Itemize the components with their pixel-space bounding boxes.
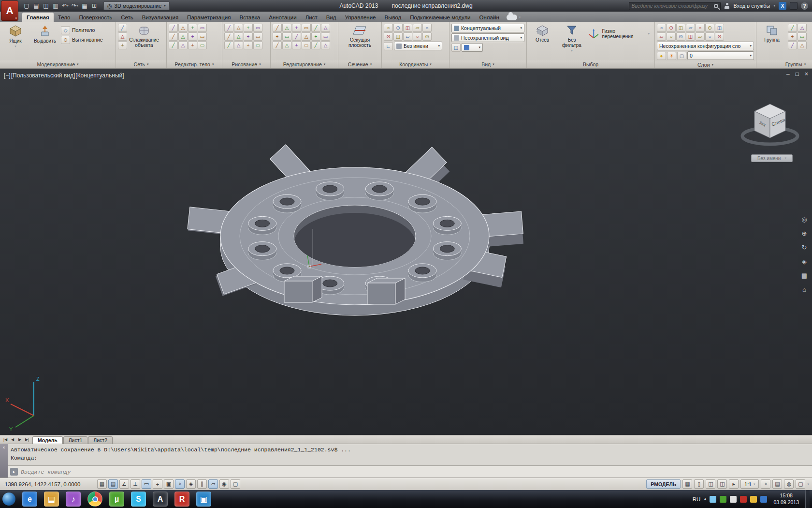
ribbon-mini-icon[interactable]: ○ bbox=[657, 24, 666, 32]
ribbon-mini-icon[interactable]: ╱ bbox=[169, 24, 178, 32]
viewcube-ucs-dropdown[interactable]: Без имени▾ bbox=[751, 154, 793, 162]
viewport-view-control[interactable]: [Пользовательский вид] bbox=[11, 72, 75, 79]
ribbon-mini-icon[interactable]: ╱ bbox=[788, 41, 797, 49]
layer-dropdown[interactable]: 0▾ bbox=[687, 51, 754, 60]
help-search-box[interactable] bbox=[629, 2, 721, 10]
show-desktop-button[interactable] bbox=[805, 490, 810, 508]
home-icon[interactable]: ⌂ bbox=[799, 284, 809, 294]
taskbar-clock[interactable]: 15:08 03.09.2013 bbox=[770, 493, 802, 506]
tab-visualize[interactable]: Визуализация bbox=[138, 13, 183, 22]
taskbar-item-folder[interactable]: ▤ bbox=[44, 492, 59, 507]
communication-center-icon[interactable] bbox=[790, 2, 798, 10]
ribbon-mini-icon[interactable]: + bbox=[311, 32, 320, 41]
ribbon-mini-icon[interactable]: ◫ bbox=[676, 24, 685, 32]
first-tab-icon[interactable]: |◀ bbox=[2, 437, 9, 442]
ribbon-mini-icon[interactable]: ○ bbox=[705, 32, 714, 41]
tab-layout[interactable]: Лист bbox=[301, 13, 322, 22]
tab-parametric[interactable]: Параметризация bbox=[183, 13, 235, 22]
command-history[interactable]: Автоматическое сохранение в D:\Users\Nik… bbox=[8, 444, 812, 466]
ribbon-mini-icon[interactable]: ▭ bbox=[253, 41, 262, 49]
annotation-scale-control[interactable]: 1:1▾ bbox=[740, 479, 759, 489]
ribbon-mini-icon[interactable]: ▭ bbox=[198, 24, 207, 32]
ribbon-mini-icon[interactable]: △ bbox=[302, 32, 311, 41]
panel-label-view[interactable]: Вид▾ bbox=[450, 60, 526, 68]
workspace-switcher[interactable]: ◎ 3D моделирование ▾ bbox=[103, 1, 170, 10]
ribbon-mini-icon[interactable]: ╱ bbox=[273, 41, 282, 49]
ribbon-mini-icon[interactable]: △ bbox=[178, 24, 188, 32]
ribbon-mini-icon[interactable]: △ bbox=[798, 24, 807, 32]
status-menu-icon[interactable]: ▾ bbox=[807, 482, 809, 486]
orbit-icon[interactable]: ↻ bbox=[799, 242, 809, 252]
layout-tab-sheet1[interactable]: Лист1 bbox=[63, 436, 88, 444]
open-icon[interactable]: ▤ bbox=[32, 1, 41, 10]
ribbon-mini-icon[interactable]: ▭ bbox=[302, 24, 311, 32]
taskbar-item-skype[interactable]: S bbox=[131, 492, 146, 507]
ribbon-mini-icon[interactable]: + bbox=[292, 41, 301, 49]
panel-label-coordinates[interactable]: Координаты▾ bbox=[382, 60, 449, 68]
ribbon-mini-icon[interactable]: ╱ bbox=[169, 32, 178, 41]
smooth-object-button[interactable]: Сглаживание объекта bbox=[130, 24, 159, 48]
quick-view-layouts-icon[interactable]: ◫ bbox=[706, 479, 715, 489]
panel-label-solid-editing[interactable]: Редактир. тело▾ bbox=[167, 60, 222, 68]
ribbon-mini-icon[interactable]: △ bbox=[234, 32, 243, 41]
tab-output[interactable]: Вывод bbox=[380, 13, 406, 22]
ribbon-mini-icon[interactable]: ◫ bbox=[393, 32, 403, 41]
ribbon-mini-icon[interactable]: ╱ bbox=[224, 24, 233, 32]
ribbon-mini-icon[interactable]: △ bbox=[178, 32, 188, 41]
ribbon-mini-icon[interactable]: △ bbox=[282, 24, 291, 32]
ribbon-mini-icon[interactable]: ▭ bbox=[253, 24, 262, 32]
next-tab-icon[interactable]: ▶ bbox=[16, 437, 23, 442]
section-plane-button[interactable]: Секущая плоскость bbox=[345, 24, 376, 48]
ribbon-mini-icon[interactable]: ▭ bbox=[282, 32, 291, 41]
ribbon-mini-icon[interactable]: ╱ bbox=[788, 24, 797, 32]
ribbon-mini-icon[interactable]: ╱ bbox=[273, 24, 282, 32]
model-space-button[interactable]: РМОДЕЛЬ bbox=[646, 479, 681, 489]
tab-view[interactable]: Вид bbox=[322, 13, 341, 22]
annotation-visibility-icon[interactable]: ⌖ bbox=[761, 479, 770, 489]
steering-icon[interactable]: ▸ bbox=[729, 479, 739, 489]
restore-icon[interactable]: □ bbox=[796, 71, 799, 77]
ribbon-mini-icon[interactable]: ▭ bbox=[253, 32, 262, 41]
prev-tab-icon[interactable]: ◀ bbox=[9, 437, 16, 442]
workspace-icon[interactable]: ◍ bbox=[784, 479, 794, 489]
status-toggle-1[interactable]: ▤ bbox=[108, 479, 118, 489]
layout-tab-sheet2[interactable]: Лист2 bbox=[88, 436, 113, 444]
ribbon-mini-icon[interactable]: ◫ bbox=[715, 24, 724, 32]
taskbar-item-utorrent[interactable]: µ bbox=[109, 492, 124, 507]
taskbar-item-chrome[interactable] bbox=[87, 492, 102, 507]
ribbon-mini-icon[interactable]: ○ bbox=[696, 24, 705, 32]
ribbon-mini-icon[interactable]: + bbox=[188, 24, 197, 32]
ribbon-mini-icon[interactable]: ⊙ bbox=[384, 32, 393, 41]
close-icon[interactable]: × bbox=[2, 445, 5, 450]
status-toggle-8[interactable]: ◈ bbox=[186, 479, 196, 489]
ribbon-mini-icon[interactable]: ▭ bbox=[321, 32, 330, 41]
ribbon-mini-icon[interactable]: + bbox=[292, 24, 301, 32]
ribbon-mini-icon[interactable]: △ bbox=[798, 41, 807, 49]
ribbon-mini-icon[interactable]: + bbox=[244, 24, 253, 32]
tray-app-1-icon[interactable] bbox=[710, 496, 716, 503]
sign-in-label[interactable]: Вход в службы bbox=[733, 3, 770, 9]
undo-icon[interactable]: ↶▾ bbox=[61, 1, 70, 10]
exchange-apps-icon[interactable]: X bbox=[779, 2, 786, 10]
model-icon[interactable]: ▦ bbox=[682, 479, 692, 489]
ribbon-mini-icon[interactable]: ○ bbox=[384, 24, 393, 32]
polysolid-button[interactable]: ◇Политело bbox=[61, 26, 103, 34]
properties-icon[interactable]: ⊞ bbox=[90, 1, 99, 10]
tab-solid[interactable]: Тело bbox=[54, 13, 75, 22]
layer-on-icon[interactable]: ● bbox=[657, 52, 666, 60]
tab-annotate[interactable]: Аннотации bbox=[264, 13, 301, 22]
panel-label-selection[interactable]: Выбор bbox=[527, 60, 654, 68]
ribbon-mini-icon[interactable]: ╱ bbox=[311, 41, 320, 49]
ribbon-mini-icon[interactable]: △ bbox=[118, 32, 127, 41]
status-toggle-0[interactable]: ▦ bbox=[97, 479, 107, 489]
ribbon-mini-icon[interactable]: ▭ bbox=[198, 41, 207, 49]
status-toggle-2[interactable]: ∠ bbox=[119, 479, 129, 489]
viewport-style-control[interactable]: [Концептуальный] bbox=[75, 72, 124, 79]
ribbon-mini-icon[interactable]: ○ bbox=[413, 32, 422, 41]
last-tab-icon[interactable]: ▶| bbox=[24, 437, 30, 442]
ucs-name-dropdown[interactable]: Без имени▾ bbox=[394, 42, 442, 50]
taskbar-item-red-app[interactable]: R bbox=[174, 492, 189, 507]
ribbon-mini-icon[interactable]: △ bbox=[234, 24, 243, 32]
ribbon-mini-icon[interactable]: △ bbox=[321, 41, 330, 49]
ribbon-mini-icon[interactable]: ▭ bbox=[198, 32, 207, 41]
